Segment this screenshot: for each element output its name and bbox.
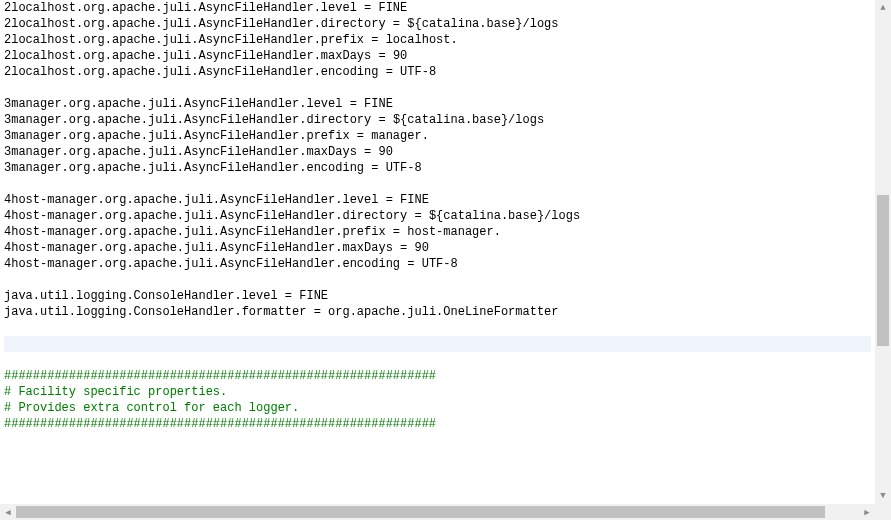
property-value: ${catalina.base}/logs — [407, 17, 558, 31]
code-line: 3manager.org.apache.juli.AsyncFileHandle… — [4, 160, 871, 176]
property-operator: = — [386, 17, 408, 31]
property-value: FINE — [364, 97, 393, 111]
code-line: 2localhost.org.apache.juli.AsyncFileHand… — [4, 16, 871, 32]
code-line: 4host-manager.org.apache.juli.AsyncFileH… — [4, 192, 871, 208]
code-line: # Provides extra control for each logger… — [4, 400, 871, 416]
code-line — [4, 80, 871, 96]
code-line: 4host-manager.org.apache.juli.AsyncFileH… — [4, 224, 871, 240]
code-line: 4host-manager.org.apache.juli.AsyncFileH… — [4, 240, 871, 256]
code-line — [4, 272, 871, 288]
property-value: FINE — [378, 1, 407, 15]
comment-text: # Provides extra control for each logger… — [4, 401, 299, 415]
property-key: 4host-manager.org.apache.juli.AsyncFileH… — [4, 209, 407, 223]
property-value: host-manager. — [407, 225, 501, 239]
comment-text: # Facility specific properties. — [4, 385, 227, 399]
property-key: java.util.logging.ConsoleHandler.formatt… — [4, 305, 306, 319]
code-line: java.util.logging.ConsoleHandler.formatt… — [4, 304, 871, 320]
code-line: 3manager.org.apache.juli.AsyncFileHandle… — [4, 144, 871, 160]
scroll-down-arrow-icon[interactable]: ▼ — [875, 488, 891, 504]
property-key: java.util.logging.ConsoleHandler.level — [4, 289, 278, 303]
property-key: 4host-manager.org.apache.juli.AsyncFileH… — [4, 241, 393, 255]
code-line: 2localhost.org.apache.juli.AsyncFileHand… — [4, 48, 871, 64]
vertical-scrollbar-thumb[interactable] — [877, 195, 889, 346]
property-key: 3manager.org.apache.juli.AsyncFileHandle… — [4, 97, 342, 111]
property-key: 3manager.org.apache.juli.AsyncFileHandle… — [4, 161, 364, 175]
property-key: 2localhost.org.apache.juli.AsyncFileHand… — [4, 65, 378, 79]
property-value: UTF-8 — [386, 161, 422, 175]
property-value: 90 — [414, 241, 428, 255]
property-key: 2localhost.org.apache.juli.AsyncFileHand… — [4, 33, 364, 47]
property-operator: = — [364, 161, 386, 175]
property-operator: = — [278, 289, 300, 303]
property-value: UTF-8 — [422, 257, 458, 271]
code-line: 2localhost.org.apache.juli.AsyncFileHand… — [4, 0, 871, 16]
horizontal-scrollbar-track[interactable] — [16, 504, 859, 520]
comment-text: ########################################… — [4, 417, 436, 431]
code-line: 4host-manager.org.apache.juli.AsyncFileH… — [4, 208, 871, 224]
code-line: 2localhost.org.apache.juli.AsyncFileHand… — [4, 32, 871, 48]
property-operator: = — [378, 193, 400, 207]
scrollbar-corner — [875, 504, 891, 520]
scroll-left-arrow-icon[interactable]: ◀ — [0, 504, 16, 520]
property-operator: = — [371, 49, 393, 63]
property-value: ${catalina.base}/logs — [393, 113, 544, 127]
code-line — [4, 320, 871, 336]
property-value: manager. — [371, 129, 429, 143]
property-key: 4host-manager.org.apache.juli.AsyncFileH… — [4, 225, 386, 239]
property-operator: = — [357, 145, 379, 159]
comment-text: ########################################… — [4, 369, 436, 383]
code-line: # Facility specific properties. — [4, 384, 871, 400]
property-key: 4host-manager.org.apache.juli.AsyncFileH… — [4, 257, 400, 271]
property-value: FINE — [299, 289, 328, 303]
property-value: ${catalina.base}/logs — [429, 209, 580, 223]
property-operator: = — [342, 97, 364, 111]
code-line — [4, 352, 871, 368]
editor-viewport: 2localhost.org.apache.juli.AsyncFileHand… — [0, 0, 891, 520]
horizontal-scrollbar[interactable]: ◀ ▶ — [0, 504, 875, 520]
code-line: 4host-manager.org.apache.juli.AsyncFileH… — [4, 256, 871, 272]
property-value: UTF-8 — [400, 65, 436, 79]
property-operator: = — [364, 33, 386, 47]
property-operator: = — [407, 209, 429, 223]
property-operator: = — [357, 1, 379, 15]
horizontal-scrollbar-thumb[interactable] — [16, 506, 825, 518]
code-line: ########################################… — [4, 368, 871, 384]
property-operator: = — [400, 257, 422, 271]
property-key: 3manager.org.apache.juli.AsyncFileHandle… — [4, 129, 350, 143]
code-line: ########################################… — [4, 416, 871, 432]
code-line — [4, 432, 871, 448]
property-operator: = — [393, 241, 415, 255]
property-key: 3manager.org.apache.juli.AsyncFileHandle… — [4, 145, 357, 159]
code-line: java.util.logging.ConsoleHandler.level =… — [4, 288, 871, 304]
property-value: FINE — [400, 193, 429, 207]
vertical-scrollbar[interactable]: ▲ ▼ — [875, 0, 891, 504]
property-operator: = — [350, 129, 372, 143]
property-key: 2localhost.org.apache.juli.AsyncFileHand… — [4, 1, 357, 15]
property-value: localhost. — [386, 33, 458, 47]
property-key: 4host-manager.org.apache.juli.AsyncFileH… — [4, 193, 378, 207]
property-key: 2localhost.org.apache.juli.AsyncFileHand… — [4, 17, 386, 31]
code-block: 2localhost.org.apache.juli.AsyncFileHand… — [0, 0, 875, 448]
property-operator: = — [386, 225, 408, 239]
property-key: 2localhost.org.apache.juli.AsyncFileHand… — [4, 49, 371, 63]
code-line: 3manager.org.apache.juli.AsyncFileHandle… — [4, 96, 871, 112]
property-operator: = — [371, 113, 393, 127]
property-value: org.apache.juli.OneLineFormatter — [328, 305, 558, 319]
code-line: 2localhost.org.apache.juli.AsyncFileHand… — [4, 64, 871, 80]
code-line: 3manager.org.apache.juli.AsyncFileHandle… — [4, 128, 871, 144]
code-line — [4, 176, 871, 192]
property-key: 3manager.org.apache.juli.AsyncFileHandle… — [4, 113, 371, 127]
scroll-up-arrow-icon[interactable]: ▲ — [875, 0, 891, 16]
scroll-right-arrow-icon[interactable]: ▶ — [859, 504, 875, 520]
property-value: 90 — [378, 145, 392, 159]
property-operator: = — [306, 305, 328, 319]
vertical-scrollbar-track[interactable] — [875, 16, 891, 488]
property-operator: = — [378, 65, 400, 79]
code-line — [4, 336, 871, 352]
code-line: 3manager.org.apache.juli.AsyncFileHandle… — [4, 112, 871, 128]
code-content-area[interactable]: 2localhost.org.apache.juli.AsyncFileHand… — [0, 0, 875, 504]
property-value: 90 — [393, 49, 407, 63]
